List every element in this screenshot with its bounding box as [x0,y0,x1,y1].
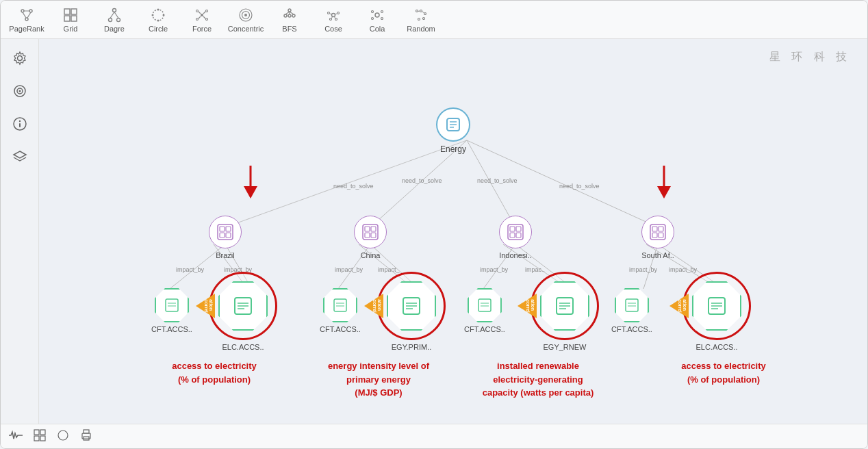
dagre-label: Dagre [104,25,125,33]
cft-sa-shape [613,287,650,324]
featured-egy-china[interactable]: correlation EGY.PRIM.. [377,272,446,351]
svg-point-34 [288,14,291,17]
svg-rect-112 [226,233,231,238]
metric-cft-brazil[interactable]: CFT.ACCS.. [151,287,192,333]
random-label: Random [407,25,435,33]
desc-indonesia: installed renewableelectricity-generatin… [480,359,596,400]
svg-line-28 [203,16,205,18]
indonesia-circle [499,216,532,248]
toolbar-random[interactable]: Random [400,3,442,36]
elc-brazil-label: ELC.ACCS.. [222,343,264,351]
svg-point-35 [292,14,295,17]
sidebar-layers[interactable] [9,146,31,168]
svg-line-5 [27,12,31,18]
sidebar-info[interactable] [9,113,31,135]
toolbar-cose[interactable]: Cose [313,3,354,36]
svg-line-27 [199,16,201,18]
country-indonesia[interactable]: Indonesi.. [499,216,532,259]
svg-point-51 [372,17,374,19]
energy-label: Energy [440,144,466,154]
svg-point-56 [423,17,425,19]
svg-point-12 [117,18,120,21]
featured-egy-china-outer: correlation [377,272,446,340]
svg-point-52 [381,17,383,19]
svg-point-160 [58,431,68,440]
svg-line-14 [114,12,118,18]
brazil-circle [209,216,242,248]
egy-rnew-label: EGY_RNEW [544,343,587,351]
svg-point-23 [196,18,199,20]
elc-sa-label: ELC.ACCS.. [695,343,737,351]
svg-line-26 [203,12,205,14]
svg-rect-156 [34,430,39,435]
cft-indonesia-label: CFT.ACCS.. [464,325,505,333]
svg-rect-116 [365,233,370,238]
circle-icon [150,7,166,23]
toolbar-force[interactable]: Force [181,3,222,36]
svg-rect-125 [659,227,663,231]
concentric-icon [238,7,254,23]
canvas-area[interactable]: 星 环 科 技 need_to_solve need_to_solve need… [39,39,867,424]
toolbar-grid[interactable]: Grid [50,3,91,36]
country-brazil[interactable]: Brazil [209,216,242,259]
svg-rect-127 [659,233,663,238]
cft-indonesia-shape [466,287,503,324]
concentric-label: Concentric [228,25,264,33]
country-china[interactable]: China [354,216,387,259]
svg-point-41 [337,12,340,14]
energy-icon [436,107,470,142]
bottom-circle[interactable] [57,429,69,444]
desc-brazil: access to electricity(% of population) [159,359,269,386]
toolbar-bfs[interactable]: BFS [269,3,310,36]
svg-text:impact_by: impact_by [176,266,205,273]
svg-point-39 [332,13,335,16]
svg-line-36 [285,12,290,14]
circle-label: Circle [149,25,168,33]
svg-point-0 [21,10,24,12]
red-arrow-brazil [240,166,261,200]
svg-text:impact_by: impact_by [629,266,658,273]
toolbar-pagerank[interactable]: PageRank [6,3,47,36]
featured-elc-sa[interactable]: correlation ELC.ACCS.. [682,272,751,351]
elc-sa-shape [692,281,741,331]
svg-point-40 [328,12,330,14]
svg-point-53 [416,10,418,12]
svg-rect-124 [652,227,657,231]
bottom-waveform[interactable] [9,430,23,443]
metric-cft-sa[interactable]: CFT.ACCS.. [611,287,652,333]
sidebar-settings[interactable] [9,47,31,69]
svg-marker-67 [14,151,26,158]
svg-rect-66 [19,123,21,127]
force-label: Force [192,25,212,33]
country-southafrica[interactable]: South Af.. [641,216,674,259]
svg-rect-135 [334,299,346,311]
egy-china-label: EGY.PRIM.. [392,343,431,351]
featured-elc-brazil[interactable]: correlation ELC.ACCS.. [209,272,277,351]
toolbar-dagre[interactable]: Dagre [94,3,135,36]
svg-rect-114 [365,227,370,231]
energy-root-node[interactable]: Energy [436,107,470,154]
toolbar-circle[interactable]: Circle [138,3,179,36]
bottom-printer[interactable] [80,429,92,444]
svg-point-10 [113,8,116,12]
toolbar-concentric[interactable]: Concentric [225,3,266,36]
metric-cft-indonesia[interactable]: CFT.ACCS.. [464,287,505,333]
sidebar-target[interactable] [9,80,31,102]
toolbar: PageRank Grid Dagre Circle Force [1,1,867,39]
southafrica-circle [641,216,674,248]
svg-point-31 [244,14,247,16]
svg-point-15 [153,10,164,21]
metric-cft-china[interactable]: CFT.ACCS.. [320,287,361,333]
bottom-grid[interactable] [34,429,46,444]
svg-rect-121 [510,233,515,238]
toolbar-cola[interactable]: Cola [357,3,398,36]
svg-rect-111 [220,233,225,238]
bfs-icon [281,7,298,23]
random-icon [413,7,429,23]
china-label: China [361,251,381,259]
featured-egy-rnew[interactable]: correlation EGY_RNEW [531,272,599,351]
cft-brazil-label: CFT.ACCS.. [151,325,192,333]
svg-point-24 [206,18,208,20]
svg-point-33 [284,14,287,17]
svg-point-57 [420,10,422,12]
